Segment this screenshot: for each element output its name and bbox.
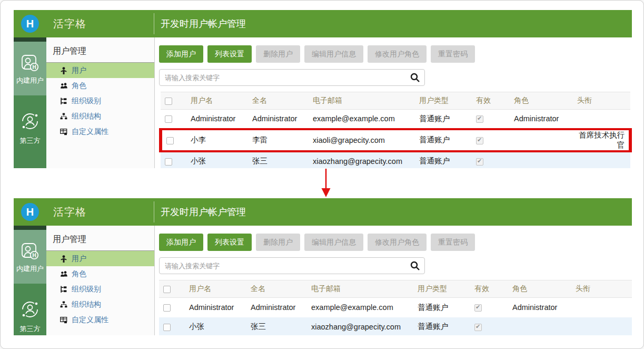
page-title: 开发时用户帐户管理 xyxy=(161,206,246,218)
rail-label: 内建用户 xyxy=(16,265,44,272)
cell-title xyxy=(573,151,630,169)
rail-item-builtin-users[interactable]: H 内建用户 xyxy=(14,230,46,284)
row-checkbox[interactable] xyxy=(165,158,172,166)
column-header-fullname: 全名 xyxy=(246,280,307,298)
cell-username: Administrator xyxy=(186,110,248,129)
user-table: 用户名 全名 电子邮箱 用户类型 有效 角色 头衔 Administrator xyxy=(159,92,632,168)
cell-fullname: 李雷 xyxy=(248,129,309,151)
rail-item-thirdparty[interactable]: 第三方 xyxy=(14,110,46,144)
cell-role: Administrator xyxy=(510,110,573,129)
org-levels-icon xyxy=(60,98,67,105)
table-header-row: 用户名 全名 电子邮箱 用户类型 有效 角色 头衔 xyxy=(159,280,632,298)
cell-email: xiaozhang@grapecity.com xyxy=(307,317,413,336)
sidebar-item-org-levels[interactable]: 组织级别 xyxy=(46,282,154,297)
sidebar-item-org-structure[interactable]: 组织结构 xyxy=(46,109,154,124)
rail-item-thirdparty[interactable]: 第三方 xyxy=(14,298,46,332)
row-checkbox[interactable] xyxy=(163,304,171,312)
rail-label: 内建用户 xyxy=(16,77,44,84)
cell-role xyxy=(510,151,573,169)
sidebar-item-label: 组织结构 xyxy=(72,300,101,309)
cell-fullname: Administrator xyxy=(248,110,309,129)
cell-fullname: 张三 xyxy=(248,151,309,169)
cell-email: xiaozhang@grapecity.com xyxy=(309,151,415,169)
reset-password-button: 重置密码 xyxy=(431,45,475,63)
column-header-type: 用户类型 xyxy=(413,280,470,298)
cell-title xyxy=(571,298,632,317)
row-checkbox[interactable] xyxy=(166,137,174,144)
rail-top-strip xyxy=(14,226,46,230)
sidebar-item-label: 组织结构 xyxy=(72,112,101,121)
search-icon[interactable] xyxy=(410,260,420,273)
main-content: 添加用户 列表设置 删除用户 编辑用户信息 修改用户角色 重置密码 xyxy=(155,37,632,168)
header-divider xyxy=(154,201,154,222)
cell-title xyxy=(571,317,632,336)
add-user-button[interactable]: 添加用户 xyxy=(159,45,203,63)
svg-text:H: H xyxy=(32,64,36,70)
column-header-title: 头衔 xyxy=(573,92,630,110)
sidebar: 用户管理 用户 角色 组织级别 xyxy=(46,37,155,168)
sidebar-item-label: 组织级别 xyxy=(72,96,101,106)
people-icon xyxy=(60,270,67,278)
reset-password-button: 重置密码 xyxy=(431,234,475,251)
column-header-type: 用户类型 xyxy=(415,92,472,110)
header-divider xyxy=(154,13,154,34)
table-row[interactable]: 小张 张三 xiaozhang@grapecity.com 普通账户 xyxy=(159,317,632,336)
sidebar-item-custom-attributes[interactable]: 自定义属性 xyxy=(46,124,154,139)
column-header-title: 头衔 xyxy=(571,280,632,298)
app-logo-icon: H xyxy=(21,15,39,33)
column-header-role: 角色 xyxy=(508,280,571,298)
people-icon xyxy=(60,82,67,90)
search-icon[interactable] xyxy=(410,72,420,85)
main-content: 添加用户 列表设置 删除用户 编辑用户信息 修改用户角色 重置密码 xyxy=(155,226,632,335)
list-settings-button[interactable]: 列表设置 xyxy=(207,45,252,63)
column-header-username: 用户名 xyxy=(185,280,246,298)
screenshot-frame: H 活字格 开发时用户帐户管理 H xyxy=(0,0,644,349)
sidebar-item-label: 自定义属性 xyxy=(72,315,108,325)
cell-email: example@example.com xyxy=(307,298,413,317)
toolbar: 添加用户 列表设置 删除用户 编辑用户信息 修改用户角色 重置密码 xyxy=(159,45,632,63)
thirdparty-user-icon xyxy=(19,110,41,134)
sidebar-item-label: 组织级别 xyxy=(72,285,101,294)
sidebar-item-label: 自定义属性 xyxy=(72,127,108,137)
row-checkbox[interactable] xyxy=(163,324,171,331)
search-input[interactable] xyxy=(159,257,425,274)
valid-checkbox xyxy=(476,137,483,144)
sidebar-item-users[interactable]: 用户 xyxy=(46,251,154,266)
table-row[interactable]: Administrator Administrator example@exam… xyxy=(161,110,630,129)
sidebar-item-roles[interactable]: 角色 xyxy=(46,266,154,282)
cell-role xyxy=(508,317,571,336)
sidebar-title: 用户管理 xyxy=(46,37,154,63)
cell-fullname: Administrator xyxy=(246,298,307,317)
select-all-checkbox[interactable] xyxy=(165,98,172,105)
search-input[interactable] xyxy=(159,69,425,86)
sidebar-item-org-structure[interactable]: 组织结构 xyxy=(46,297,154,312)
modify-user-role-button: 修改用户角色 xyxy=(368,45,427,63)
column-header-fullname: 全名 xyxy=(248,92,309,110)
rail-item-builtin-users[interactable]: H 内建用户 xyxy=(14,42,46,95)
sidebar-item-org-levels[interactable]: 组织级别 xyxy=(46,93,154,109)
custom-attributes-icon xyxy=(60,128,67,135)
row-checkbox[interactable] xyxy=(165,115,172,123)
add-user-button[interactable]: 添加用户 xyxy=(159,234,203,251)
sidebar-item-custom-attributes[interactable]: 自定义属性 xyxy=(46,312,154,327)
table-row-highlighted[interactable]: 小李 李雷 xiaoli@grapecity.com 普通账户 首席技术执行官 xyxy=(161,129,630,151)
builtin-user-icon: H xyxy=(20,241,40,263)
valid-checkbox xyxy=(474,324,482,331)
table-row[interactable]: 小张 张三 xiaozhang@grapecity.com 普通账户 xyxy=(161,151,630,169)
panel-before: H 活字格 开发时用户帐户管理 H xyxy=(14,10,632,168)
sidebar-item-roles[interactable]: 角色 xyxy=(46,78,154,93)
list-settings-button[interactable]: 列表设置 xyxy=(207,234,252,251)
edit-user-info-button: 编辑用户信息 xyxy=(304,234,363,251)
table-row[interactable]: Administrator Administrator example@exam… xyxy=(159,298,632,317)
delete-user-button: 删除用户 xyxy=(256,45,300,63)
cell-email: example@example.com xyxy=(309,110,415,129)
search-bar xyxy=(159,69,425,86)
sidebar-item-users[interactable]: 用户 xyxy=(46,63,154,78)
column-header-email: 电子邮箱 xyxy=(307,280,413,298)
cell-fullname: 张三 xyxy=(246,317,307,336)
org-structure-icon xyxy=(60,301,67,308)
cell-type: 普通账户 xyxy=(413,298,470,317)
column-header-role: 角色 xyxy=(510,92,573,110)
column-header-valid: 有效 xyxy=(470,280,508,298)
select-all-checkbox[interactable] xyxy=(163,286,171,293)
